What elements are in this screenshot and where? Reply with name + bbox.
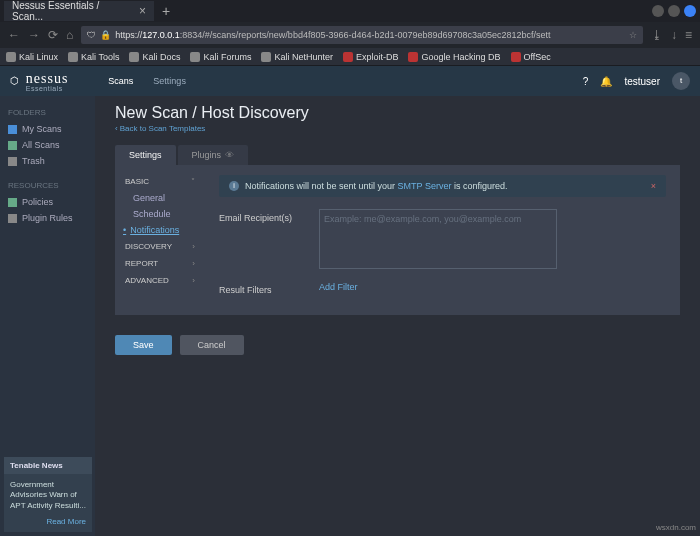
alert-close-icon[interactable]: × <box>651 181 656 191</box>
cat-basic[interactable]: BASIC˅ <box>115 173 205 190</box>
add-filter-link[interactable]: Add Filter <box>319 282 358 292</box>
bookmark-star-icon[interactable]: ☆ <box>629 30 637 40</box>
save-button[interactable]: Save <box>115 335 172 355</box>
bookmark-kali-forums[interactable]: Kali Forums <box>190 52 251 62</box>
news-read-more[interactable]: Read More <box>10 517 86 526</box>
trash-icon <box>8 157 17 166</box>
sidebar-item-trash[interactable]: Trash <box>0 153 95 169</box>
info-icon: i <box>229 181 239 191</box>
settings-panel: BASIC˅ General Schedule Notifications DI… <box>115 165 680 315</box>
news-header: Tenable News <box>4 457 92 474</box>
sidebar-head-folders: FOLDERS <box>0 104 95 121</box>
smtp-server-link[interactable]: SMTP Server <box>398 181 452 191</box>
panel-tabs: Settings Plugins👁 <box>115 145 680 165</box>
sidebar-item-all-scans[interactable]: All Scans <box>0 137 95 153</box>
tab-title: Nessus Essentials / Scan... <box>12 0 131 22</box>
extensions-icon[interactable]: ↓ <box>671 28 677 42</box>
forward-icon[interactable]: → <box>28 28 40 42</box>
cat-report[interactable]: REPORT› <box>115 255 205 272</box>
username[interactable]: testuser <box>624 76 660 87</box>
brand-sub: Essentials <box>26 85 69 92</box>
back-link[interactable]: ‹Back to Scan Templates <box>115 124 680 133</box>
close-window-icon[interactable] <box>684 5 696 17</box>
shield-icon: 🛡 <box>87 30 96 40</box>
settings-form: i Notifications will not be sent until y… <box>205 165 680 315</box>
tenable-news-widget: Tenable News Government Advisories Warn … <box>4 457 92 532</box>
folder-icon <box>8 141 17 150</box>
label-result-filters: Result Filters <box>219 281 319 295</box>
top-right: ? 🔔 testuser t <box>583 72 690 90</box>
close-tab-icon[interactable]: × <box>139 4 146 18</box>
tab-settings[interactable]: Settings <box>115 145 176 165</box>
email-recipients-input[interactable] <box>319 209 557 269</box>
policies-icon <box>8 198 17 207</box>
bookmark-kali-nethunter[interactable]: Kali NetHunter <box>261 52 333 62</box>
bookmark-google-hacking-db[interactable]: Google Hacking DB <box>408 52 500 62</box>
bookmark-kali-linux[interactable]: Kali Linux <box>6 52 58 62</box>
maximize-icon[interactable] <box>668 5 680 17</box>
smtp-alert: i Notifications will not be sent until y… <box>219 175 666 197</box>
url-host: 127.0.0.1 <box>142 30 180 40</box>
app-header: ⬡ nessus Essentials Scans Settings ? 🔔 t… <box>0 66 700 96</box>
sidebar-item-plugin-rules[interactable]: Plugin Rules <box>0 210 95 226</box>
avatar[interactable]: t <box>672 72 690 90</box>
brand-block: ⬡ nessus Essentials <box>10 71 68 92</box>
lock-icon: 🔒 <box>100 30 111 40</box>
alert-text: Notifications will not be sent until you… <box>245 181 507 191</box>
chevron-right-icon: › <box>192 259 195 268</box>
cat-basic-schedule[interactable]: Schedule <box>115 206 205 222</box>
reload-icon[interactable]: ⟳ <box>48 28 58 42</box>
tab-plugins[interactable]: Plugins👁 <box>178 145 249 165</box>
chevron-right-icon: › <box>192 242 195 251</box>
nav-scans[interactable]: Scans <box>108 76 133 86</box>
menu-icon[interactable]: ≡ <box>685 28 692 42</box>
bookmark-kali-tools[interactable]: Kali Tools <box>68 52 119 62</box>
sidebar-head-resources: RESOURCES <box>0 177 95 194</box>
chevron-right-icon: › <box>192 276 195 285</box>
settings-categories: BASIC˅ General Schedule Notifications DI… <box>115 165 205 315</box>
cat-advanced[interactable]: ADVANCED› <box>115 272 205 289</box>
page-title: New Scan / Host Discovery <box>115 104 680 122</box>
hex-logo-icon: ⬡ <box>10 75 19 86</box>
browser-navbar: ← → ⟳ ⌂ 🛡 🔒 https://127.0.0.1:8834/#/sca… <box>0 22 700 48</box>
help-icon[interactable]: ? <box>583 76 589 87</box>
nav-settings[interactable]: Settings <box>153 76 186 86</box>
news-body: Government Advisories Warn of APT Activi… <box>10 480 86 511</box>
url-bar[interactable]: 🛡 🔒 https://127.0.0.1:8834/#/scans/repor… <box>81 26 643 44</box>
cat-discovery[interactable]: DISCOVERY› <box>115 238 205 255</box>
url-path: :8834/#/scans/reports/new/bbd4f805-3966-… <box>180 30 551 40</box>
cat-basic-general[interactable]: General <box>115 190 205 206</box>
folder-icon <box>8 125 17 134</box>
watermark: wsxdn.com <box>656 523 696 532</box>
home-icon[interactable]: ⌂ <box>66 28 73 42</box>
notifications-icon[interactable]: 🔔 <box>600 76 612 87</box>
window-buttons <box>652 5 696 17</box>
sidebar-item-policies[interactable]: Policies <box>0 194 95 210</box>
bookmark-offsec[interactable]: OffSec <box>511 52 551 62</box>
bookmarks-bar: Kali Linux Kali Tools Kali Docs Kali For… <box>0 48 700 66</box>
cat-basic-notifications[interactable]: Notifications <box>115 222 205 238</box>
top-nav: Scans Settings <box>108 76 186 86</box>
plugin-rules-icon <box>8 214 17 223</box>
cancel-button[interactable]: Cancel <box>180 335 244 355</box>
browser-tab[interactable]: Nessus Essentials / Scan... × <box>4 1 154 21</box>
chevron-down-icon: ˅ <box>191 177 195 186</box>
sidebar-item-my-scans[interactable]: My Scans <box>0 121 95 137</box>
new-tab-button[interactable]: + <box>162 3 170 19</box>
eye-icon: 👁 <box>225 150 234 160</box>
chevron-left-icon: ‹ <box>115 124 118 133</box>
content-area: New Scan / Host Discovery ‹Back to Scan … <box>95 96 700 536</box>
form-buttons: Save Cancel <box>115 335 680 355</box>
window-titlebar: Nessus Essentials / Scan... × + <box>0 0 700 22</box>
label-email-recipients: Email Recipient(s) <box>219 209 319 271</box>
downloads-icon[interactable]: ⭳ <box>651 28 663 42</box>
bookmark-exploit-db[interactable]: Exploit-DB <box>343 52 399 62</box>
back-icon[interactable]: ← <box>8 28 20 42</box>
bookmark-kali-docs[interactable]: Kali Docs <box>129 52 180 62</box>
minimize-icon[interactable] <box>652 5 664 17</box>
